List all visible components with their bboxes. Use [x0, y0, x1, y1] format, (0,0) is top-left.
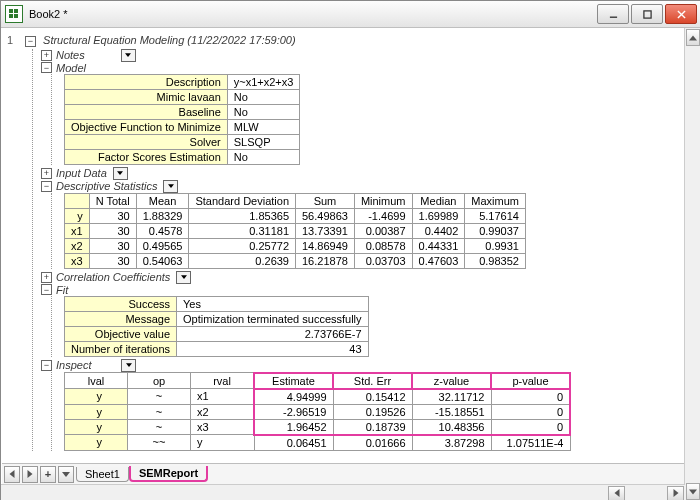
inspect-cell: 0.18739 — [333, 419, 412, 435]
descriptive-cell: 56.49863 — [296, 208, 355, 223]
inspect-cell: ~ — [128, 404, 191, 419]
inspect-cell: 1.07511E-4 — [491, 435, 570, 451]
descriptive-cell: 0.03703 — [354, 253, 412, 268]
fit-row-value: Yes — [177, 296, 369, 311]
maximize-button[interactable] — [631, 4, 663, 24]
descriptive-cell: 0.9931 — [465, 238, 526, 253]
chevron-down-icon[interactable] — [113, 167, 128, 180]
chevron-down-icon[interactable] — [176, 271, 191, 284]
descriptive-cell: 16.21878 — [296, 253, 355, 268]
title-bar[interactable]: Book2 * — [1, 1, 700, 28]
descriptive-cell: -1.4699 — [354, 208, 412, 223]
fit-header[interactable]: − Fit — [41, 284, 679, 296]
inspect-cell: -15.18551 — [412, 404, 491, 419]
model-row-label: Description — [65, 74, 228, 89]
fit-row-value: 43 — [177, 341, 369, 356]
workbook-icon — [5, 5, 23, 23]
expand-icon[interactable]: + — [41, 272, 52, 283]
fit-row-label: Number of iterations — [65, 341, 177, 356]
sheet-tab-bar: + Sheet1 SEMReport — [2, 463, 684, 484]
svg-rect-1 — [14, 9, 18, 13]
scroll-left-icon[interactable] — [608, 486, 625, 501]
collapse-icon[interactable]: − — [41, 284, 52, 295]
tab-nav-next[interactable] — [22, 466, 38, 483]
input-data-header[interactable]: + Input Data — [41, 167, 679, 180]
descriptive-cell: 0.99037 — [465, 223, 526, 238]
svg-marker-9 — [117, 171, 123, 175]
tab-sheet1[interactable]: Sheet1 — [76, 467, 129, 482]
tab-add[interactable]: + — [40, 466, 56, 483]
inspect-cell: ~~ — [128, 435, 191, 451]
descriptive-cell: 0.00387 — [354, 223, 412, 238]
descriptive-cell: 14.86949 — [296, 238, 355, 253]
tab-menu[interactable] — [58, 466, 74, 483]
descriptive-cell: 1.69989 — [412, 208, 465, 223]
descriptive-cell: 0.4578 — [136, 223, 189, 238]
inspect-col-header: Std. Err — [333, 373, 412, 389]
horizontal-scrollbar[interactable] — [1, 484, 685, 500]
tab-semreport[interactable]: SEMReport — [129, 466, 208, 482]
notes-header[interactable]: + Notes — [41, 49, 679, 62]
inspect-cell: 0 — [491, 419, 570, 435]
svg-marker-12 — [126, 363, 132, 367]
model-table: Descriptiony~x1+x2+x3Mimic lavaanNoBasel… — [64, 74, 300, 165]
scroll-right-icon[interactable] — [667, 486, 684, 501]
descriptive-cell: 0.31181 — [189, 223, 296, 238]
svg-marker-8 — [125, 53, 131, 57]
tab-nav-prev[interactable] — [4, 466, 20, 483]
collapse-root[interactable]: − — [25, 36, 36, 47]
descriptive-cell: 1.88329 — [136, 208, 189, 223]
expand-icon[interactable]: + — [41, 50, 52, 61]
descriptive-col-header: Maximum — [465, 193, 526, 208]
inspect-cell: 0.15412 — [333, 389, 412, 405]
descriptive-row-label: x2 — [65, 238, 90, 253]
svg-marker-16 — [673, 489, 678, 497]
chevron-down-icon[interactable] — [121, 49, 136, 62]
inspect-col-header: op — [128, 373, 191, 389]
inspect-header[interactable]: − Inspect — [41, 359, 679, 372]
inspect-col-header: Estimate — [254, 373, 333, 389]
inspect-cell: 0.19526 — [333, 404, 412, 419]
svg-marker-18 — [28, 470, 33, 478]
collapse-icon[interactable]: − — [41, 181, 52, 192]
fit-row-value: 2.73766E-7 — [177, 326, 369, 341]
descriptive-cell: 0.08578 — [354, 238, 412, 253]
minimize-button[interactable] — [597, 4, 629, 24]
inspect-cell: y — [65, 435, 128, 451]
chevron-down-icon[interactable] — [121, 359, 136, 372]
descriptive-cell: 30 — [89, 238, 136, 253]
chevron-down-icon[interactable] — [163, 180, 178, 193]
descriptive-cell: 0.44331 — [412, 238, 465, 253]
close-button[interactable] — [665, 4, 697, 24]
expand-icon[interactable]: + — [41, 168, 52, 179]
model-row-label: Baseline — [65, 104, 228, 119]
report-pane[interactable]: 1 − Structural Equation Modeling (11/22/… — [1, 28, 685, 485]
model-row-value: No — [227, 89, 300, 104]
descriptive-col-header: Sum — [296, 193, 355, 208]
descriptive-cell: 30 — [89, 223, 136, 238]
descriptive-row-label: y — [65, 208, 90, 223]
model-header[interactable]: − Model — [41, 62, 679, 74]
inspect-col-header: p-value — [491, 373, 570, 389]
descriptive-header[interactable]: − Descriptive Statistics — [41, 180, 679, 193]
descriptive-row-label: x3 — [65, 253, 90, 268]
model-row-label: Objective Function to Minimize — [65, 119, 228, 134]
inspect-cell: y — [65, 404, 128, 419]
svg-rect-5 — [643, 10, 650, 17]
vertical-scrollbar[interactable] — [684, 28, 700, 500]
correlation-header[interactable]: + Correlation Coefficients — [41, 271, 679, 284]
collapse-icon[interactable]: − — [41, 360, 52, 371]
inspect-col-header: lval — [65, 373, 128, 389]
model-row-label: Mimic lavaan — [65, 89, 228, 104]
descriptive-cell: 30 — [89, 253, 136, 268]
svg-rect-0 — [9, 9, 13, 13]
model-row-value: SLSQP — [227, 134, 300, 149]
scroll-up-icon[interactable] — [686, 29, 700, 46]
model-row-label: Solver — [65, 134, 228, 149]
descriptive-cell: 1.85365 — [189, 208, 296, 223]
svg-rect-3 — [14, 14, 18, 18]
collapse-icon[interactable]: − — [41, 62, 52, 73]
descriptive-col-header: N Total — [89, 193, 136, 208]
inspect-cell: 10.48356 — [412, 419, 491, 435]
scroll-down-icon[interactable] — [686, 483, 700, 500]
